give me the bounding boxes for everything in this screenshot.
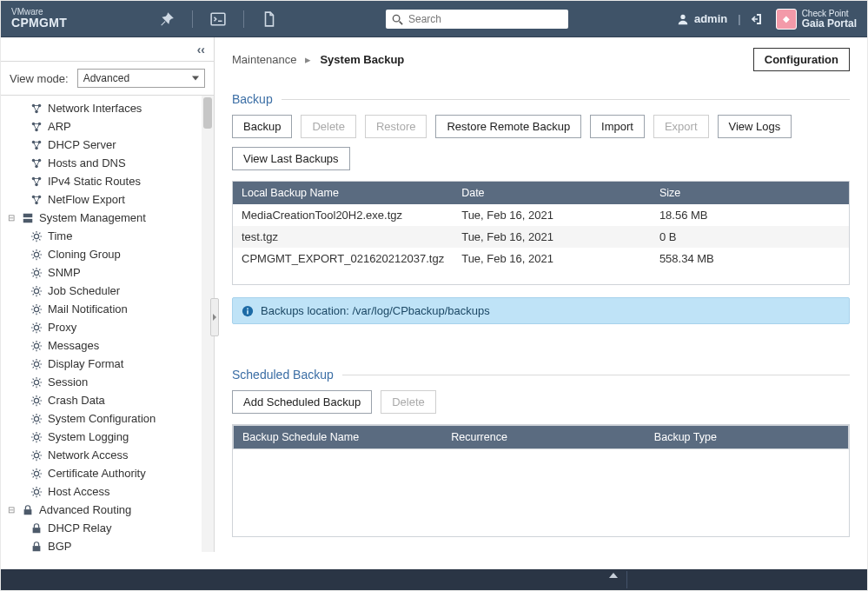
- sidebar-item[interactable]: Network Access: [1, 446, 214, 464]
- gear-icon: [30, 249, 43, 261]
- sidebar-item[interactable]: Time: [1, 227, 214, 245]
- sidebar-item[interactable]: Proxy: [1, 318, 214, 336]
- nav-group-advanced-routing[interactable]: ⊟ Advanced Routing: [1, 501, 214, 519]
- footer-divider: [626, 571, 627, 588]
- gear-icon: [30, 431, 43, 443]
- nodes-icon: [30, 139, 43, 151]
- gear-icon: [30, 449, 43, 462]
- table-row[interactable]: test.tgzTue, Feb 16, 20210 B: [233, 226, 849, 248]
- svg-point-34: [34, 416, 38, 421]
- gear-icon: [30, 358, 43, 370]
- scheduled-table: Backup Schedule Name Recurrence Backup T…: [233, 425, 849, 449]
- delete-button: Delete: [301, 115, 356, 138]
- server-icon: [22, 212, 34, 224]
- col-name[interactable]: Local Backup Name: [233, 182, 453, 204]
- gear-icon: [30, 486, 43, 498]
- gear-icon: [30, 322, 43, 334]
- svg-point-36: [34, 453, 38, 457]
- sidebar-item[interactable]: Cloning Group: [1, 245, 214, 263]
- brand-host: CPMGMT: [11, 17, 150, 30]
- toolbar-separator-2: [243, 10, 244, 28]
- header-right: admin | ◆ Check Point Gaia Portal: [677, 9, 857, 30]
- backup-table: Local Backup Name Date Size MediaCreatio…: [233, 182, 849, 269]
- chevron-down-icon: [192, 76, 199, 81]
- gear-icon: [30, 340, 43, 352]
- sidebar-item[interactable]: ARP: [1, 117, 214, 136]
- viewmode-select[interactable]: Advanced: [77, 69, 205, 88]
- sidebar-item[interactable]: DHCP Server: [1, 136, 214, 154]
- col-recurrence[interactable]: Recurrence: [442, 426, 646, 449]
- configuration-button[interactable]: Configuration: [753, 48, 850, 71]
- table-row[interactable]: CPMGMT_EXPORT_021620212037.tgzTue, Feb 1…: [233, 248, 849, 269]
- main-area: ‹‹ View mode: Advanced Network Interface…: [1, 37, 867, 552]
- info-banner: Backups location: /var/log/CPbackup/back…: [232, 297, 850, 324]
- add-scheduled-backup-button[interactable]: Add Scheduled Backup: [232, 390, 372, 414]
- lock-icon: [30, 541, 43, 553]
- sidebar-item[interactable]: Job Scheduler: [1, 282, 214, 300]
- sidebar-item[interactable]: Host Access: [1, 482, 214, 501]
- gear-icon: [30, 376, 43, 388]
- sidebar-item[interactable]: Network Interfaces: [1, 99, 214, 117]
- scheduled-buttons: Add Scheduled Backup Delete: [232, 390, 850, 414]
- view-last-backups-button[interactable]: View Last Backups: [232, 147, 350, 170]
- svg-point-25: [34, 252, 38, 256]
- sidebar-item[interactable]: DHCP Relay: [1, 519, 214, 537]
- sidebar-item[interactable]: System Logging: [1, 428, 214, 446]
- sidebar-item[interactable]: Session: [1, 373, 214, 391]
- sidebar-collapse-button[interactable]: ‹‹: [1, 37, 214, 62]
- nav-group-system-management[interactable]: ⊟ System Management: [1, 209, 214, 227]
- breadcrumb-bar: Maintenance ▸ System Backup Configuratio…: [232, 48, 850, 71]
- brand: VMware CPMGMT: [11, 8, 150, 30]
- svg-point-32: [34, 380, 38, 384]
- document-icon[interactable]: [262, 11, 277, 27]
- table-row[interactable]: MediaCreationTool20H2.exe.tgzTue, Feb 16…: [233, 204, 849, 226]
- sidebar-item[interactable]: NetFlow Export: [1, 190, 214, 209]
- backup-button[interactable]: Backup: [232, 115, 292, 138]
- breadcrumb-current: System Backup: [320, 53, 404, 66]
- product-brand: ◆ Check Point Gaia Portal: [776, 9, 857, 30]
- nodes-icon: [30, 121, 43, 133]
- viewmode-label: View mode:: [10, 72, 69, 85]
- svg-rect-45: [247, 308, 248, 309]
- col-size[interactable]: Size: [651, 182, 849, 204]
- content-area: Maintenance ▸ System Backup Configuratio…: [215, 37, 867, 552]
- backup-section: Backup Backup Delete Restore Restore Rem…: [232, 92, 850, 324]
- user-menu[interactable]: admin: [677, 12, 727, 25]
- backup-table-head: Local Backup Name Date Size: [233, 182, 849, 204]
- import-button[interactable]: Import: [590, 115, 645, 138]
- gear-icon: [30, 230, 43, 242]
- sidebar-item[interactable]: Messages: [1, 336, 214, 355]
- info-text: Backups location: /var/log/CPbackup/back…: [261, 304, 490, 317]
- sidebar-item[interactable]: SNMP: [1, 263, 214, 282]
- col-backup-type[interactable]: Backup Type: [646, 426, 849, 449]
- svg-rect-0: [211, 13, 225, 25]
- terminal-icon[interactable]: [210, 11, 226, 27]
- minus-icon: ⊟: [6, 505, 17, 515]
- view-logs-button[interactable]: View Logs: [718, 115, 792, 138]
- app-header: VMware CPMGMT Search admin | ◆ Check Poi…: [1, 1, 867, 37]
- sidebar-item[interactable]: Display Format: [1, 355, 214, 373]
- sidebar-item[interactable]: BGP: [1, 537, 214, 552]
- search-input[interactable]: Search: [386, 10, 568, 29]
- section-title: Scheduled Backup: [232, 368, 850, 382]
- scheduled-section: Scheduled Backup Add Scheduled Backup De…: [232, 368, 850, 537]
- sidebar-item[interactable]: IPv4 Static Routes: [1, 172, 214, 190]
- svg-rect-23: [23, 218, 33, 222]
- sidebar-item[interactable]: System Configuration: [1, 409, 214, 428]
- breadcrumb-parent[interactable]: Maintenance: [232, 53, 296, 66]
- sidebar-item[interactable]: Crash Data: [1, 391, 214, 409]
- logout-icon[interactable]: [752, 12, 765, 26]
- col-date[interactable]: Date: [453, 182, 651, 204]
- sidebar-item[interactable]: Certificate Authority: [1, 464, 214, 482]
- pin-icon[interactable]: [159, 11, 175, 27]
- col-schedule-name[interactable]: Backup Schedule Name: [234, 426, 443, 449]
- sidebar-item[interactable]: Mail Notification: [1, 300, 214, 318]
- nav-group-network: Network Interfaces ARP DHCP Server Hosts…: [1, 99, 214, 209]
- gear-icon: [30, 285, 43, 297]
- gear-icon: [30, 395, 43, 407]
- restore-remote-button[interactable]: Restore Remote Backup: [435, 115, 581, 138]
- footer-expand-icon[interactable]: [609, 573, 618, 578]
- svg-rect-22: [23, 213, 33, 216]
- lock-icon: [22, 504, 34, 516]
- sidebar-item[interactable]: Hosts and DNS: [1, 154, 214, 172]
